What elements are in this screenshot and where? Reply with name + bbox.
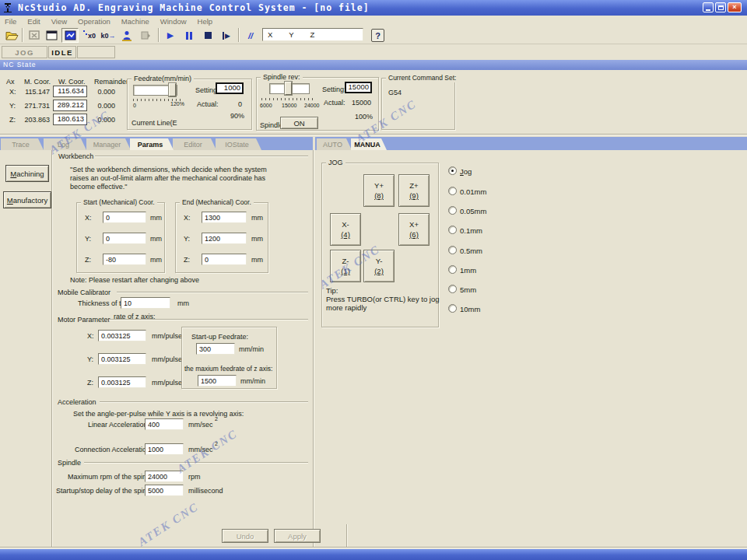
start-y-input[interactable] — [103, 233, 146, 244]
workbench-header: Workbench — [58, 152, 93, 161]
max-z-feedrate-input[interactable] — [198, 375, 237, 387]
menu-window[interactable]: Window — [156, 17, 193, 26]
ncstudio-window: NcStudio AD. Engraving Machine Control S… — [0, 0, 747, 560]
max-rpm-input[interactable] — [145, 471, 184, 482]
end-x-input[interactable] — [202, 212, 247, 223]
back-to-origin-button[interactable]: k0 → — [100, 28, 117, 43]
step-radio-jog[interactable] — [448, 166, 457, 175]
menu-help[interactable]: Help — [193, 17, 219, 26]
end-x-unit: mm — [251, 214, 263, 222]
minimize-button[interactable] — [703, 2, 714, 12]
step-label-10[interactable]: 10mm — [460, 305, 480, 313]
step-radio-10[interactable] — [448, 304, 457, 313]
step-label-01[interactable]: 0.1mm — [460, 226, 482, 235]
step-label-jog[interactable]: Jog — [460, 167, 472, 176]
wcoor-x-box[interactable]: 115.634 — [53, 86, 87, 97]
menu-operation[interactable]: Operation — [73, 17, 117, 26]
motor-x-unit: mm/pulse — [152, 332, 182, 341]
spindle-setting-value[interactable]: 15000 — [345, 82, 372, 93]
close-button[interactable]: × — [728, 2, 742, 12]
step-label-005[interactable]: 0.05mm — [460, 207, 486, 215]
thickness-input[interactable] — [121, 297, 170, 309]
open-file-button[interactable] — [3, 28, 20, 43]
wcoor-z-box[interactable]: 180.613 — [53, 114, 87, 125]
app-icon — [2, 2, 13, 13]
axis-display-box[interactable]: X Y Z — [262, 28, 363, 41]
stop-display-button[interactable] — [26, 28, 43, 43]
maximize-button[interactable] — [715, 2, 726, 12]
tab-editor[interactable]: Editor — [173, 138, 216, 150]
end-y-input[interactable] — [202, 233, 247, 244]
pause-icon — [186, 32, 188, 40]
simulate-button[interactable]: // — [242, 28, 259, 43]
step-label-1[interactable]: 1mm — [460, 266, 476, 275]
machining-button[interactable]: Machining — [5, 165, 49, 182]
step-radio-01[interactable] — [448, 226, 457, 234]
stop-button[interactable] — [199, 28, 216, 43]
single-step-button[interactable]: ▶ — [218, 28, 235, 43]
step-label-05[interactable]: 0.5mm — [460, 247, 482, 255]
step-radio-001[interactable] — [448, 187, 457, 195]
jog-x-plus-button[interactable]: X+ (6) — [398, 213, 430, 246]
menu-machine[interactable]: Machine — [117, 17, 156, 26]
start-x-input[interactable] — [103, 212, 146, 223]
handwheel-button[interactable] — [137, 28, 154, 43]
trace-screen-icon — [65, 30, 76, 40]
start-z-input[interactable] — [103, 254, 146, 265]
spindle-delay-input[interactable] — [145, 485, 184, 496]
set-workpiece-origin-button[interactable]: x0 — [81, 28, 98, 43]
pause-button[interactable] — [181, 28, 198, 43]
conn-accel-input[interactable] — [145, 443, 184, 455]
menu-edit[interactable]: Edit — [23, 17, 46, 26]
jog-z-minus-key: (1) — [341, 266, 350, 276]
tab-manua[interactable]: MANUA — [351, 138, 387, 150]
feedrate-slider-thumb[interactable] — [169, 83, 176, 96]
undo-button[interactable]: Undo — [222, 529, 268, 543]
startup-feedrate-input[interactable] — [196, 343, 235, 355]
linear-accel-input[interactable] — [145, 418, 184, 430]
jog-z-plus-button[interactable]: Z+ (9) — [398, 174, 430, 207]
step-radio-05[interactable] — [448, 246, 457, 254]
step-radio-1[interactable] — [448, 265, 457, 274]
restart-note: Note: Please restart after changing abov… — [70, 276, 199, 285]
spindle-actual-value: 15000 — [349, 99, 371, 107]
motor-z-input[interactable] — [98, 376, 146, 388]
motor-x-input[interactable] — [98, 330, 146, 341]
tab-iostate[interactable]: IOState — [216, 138, 261, 150]
xo-icon: x0 — [88, 32, 96, 40]
step-label-5[interactable]: 5mm — [460, 285, 476, 294]
tab-auto[interactable]: AUTO — [317, 138, 352, 150]
step-radio-005[interactable] — [448, 206, 457, 215]
display-window-button[interactable] — [43, 28, 60, 43]
motor-y-input[interactable] — [98, 353, 146, 365]
jog-y-minus-button[interactable]: Y- (2) — [363, 250, 395, 282]
start-button[interactable]: ▶ — [162, 28, 179, 43]
jog-tip-title: Tip: — [326, 286, 338, 295]
spindle-tick-15000: 15000 — [282, 103, 296, 109]
conn-accel-label: Connection Acceleration: — [75, 446, 153, 454]
manufactory-button[interactable]: Manufactory — [3, 191, 51, 208]
jog-y-plus-button[interactable]: Y+ (8) — [363, 174, 395, 207]
tab-log[interactable]: Log — [44, 138, 86, 150]
tab-params[interactable]: Params — [130, 138, 174, 150]
mode-tab-jog[interactable]: JOG — [2, 46, 47, 58]
tab-trace[interactable]: Trace — [1, 138, 44, 150]
menu-file[interactable]: File — [0, 17, 23, 26]
trace-display-button[interactable] — [61, 28, 79, 43]
wcoor-y-box[interactable]: 289.212 — [53, 100, 87, 111]
jog-z-minus-button[interactable]: Z- (1) — [330, 250, 361, 282]
help-button[interactable]: ? — [371, 29, 384, 42]
spindle-on-button[interactable]: ON — [280, 117, 318, 129]
spindle-slider-thumb[interactable] — [285, 82, 292, 95]
step-label-001[interactable]: 0.01mm — [460, 187, 486, 196]
end-z-input[interactable] — [202, 254, 247, 265]
apply-button[interactable]: Apply — [274, 529, 321, 543]
menu-view[interactable]: View — [47, 17, 73, 26]
tab-manager[interactable]: Manager — [86, 138, 131, 150]
jog-x-minus-button[interactable]: X- (4) — [330, 213, 361, 246]
step-radio-5[interactable] — [448, 285, 457, 293]
feedrate-setting-value[interactable]: 1000 — [216, 82, 244, 94]
mode-tab-idle[interactable]: IDLE — [48, 46, 76, 58]
motor-y-label: Y: — [87, 355, 93, 364]
fixture-origin-button[interactable] — [118, 28, 135, 43]
